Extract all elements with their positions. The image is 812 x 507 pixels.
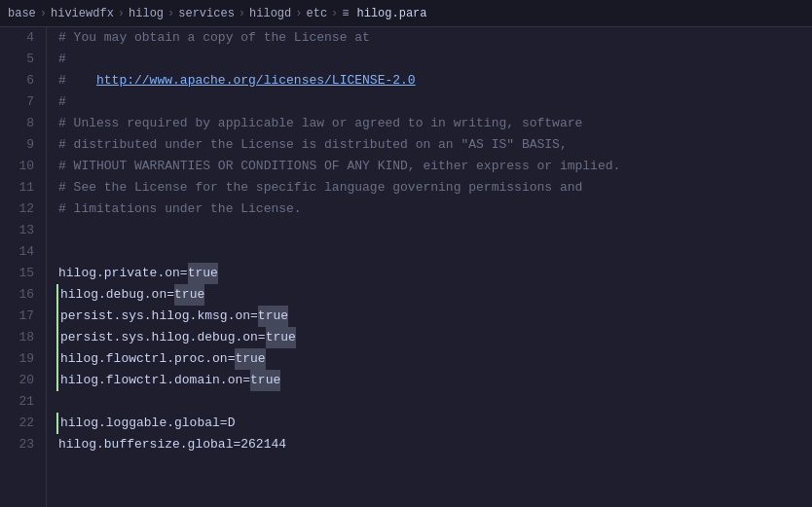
line-number-18: 18 (8, 327, 34, 348)
line-number-19: 19 (8, 348, 34, 370)
comment-prefix-6: # (58, 70, 96, 91)
sep4: › (239, 7, 245, 20)
file-name[interactable]: hilog.para (357, 7, 427, 20)
sep3: › (167, 7, 174, 20)
code-line-11: # See the License for the specific langu… (58, 177, 812, 199)
code-line-19: hilog.flowctrl.proc.on=true (56, 348, 812, 370)
line-number-20: 20 (8, 370, 34, 391)
line-number-21: 21 (8, 391, 34, 413)
comment-link-6[interactable]: http://www.apache.org/licenses/LICENSE-2… (96, 70, 416, 91)
sep2: › (118, 7, 125, 20)
code-line-21 (58, 391, 812, 413)
line-number-5: 5 (8, 49, 34, 70)
code-line-12: # limitations under the License. (58, 199, 812, 220)
code-line-8: # Unless required by applicable law or a… (58, 113, 812, 134)
key-19: hilog.flowctrl.proc.on= (60, 348, 235, 370)
editor-area: 4567891011121314151617181920212223 # You… (0, 27, 812, 507)
breadcrumb-hilog[interactable]: hilog (129, 7, 164, 20)
code-line-4: # You may obtain a copy of the License a… (58, 27, 812, 49)
line-number-16: 16 (8, 284, 34, 306)
breadcrumb-etc[interactable]: etc (306, 7, 327, 20)
code-content[interactable]: # You may obtain a copy of the License a… (47, 27, 812, 507)
line-number-6: 6 (8, 70, 34, 91)
code-line-6: # http://www.apache.org/licenses/LICENSE… (58, 70, 812, 91)
code-line-14 (58, 241, 812, 263)
menu-icon: ≡ (342, 7, 349, 20)
code-line-17: persist.sys.hilog.kmsg.on=true (56, 306, 812, 327)
code-line-22: hilog.loggable.global=D (56, 413, 812, 434)
comment-text-10: # WITHOUT WARRANTIES OR CONDITIONS OF AN… (58, 156, 620, 177)
value-18: true (266, 327, 296, 348)
line-number-15: 15 (8, 263, 34, 284)
line-number-13: 13 (8, 220, 34, 241)
comment-text-4: # You may obtain a copy of the License a… (58, 27, 370, 49)
key-17: persist.sys.hilog.kmsg.on= (60, 306, 258, 327)
comment-text-5: # (58, 49, 66, 70)
sep5: › (295, 7, 302, 20)
code-line-9: # distributed under the License is distr… (58, 134, 812, 156)
comment-text-11: # See the License for the specific langu… (58, 177, 582, 199)
code-line-20: hilog.flowctrl.domain.on=true (56, 370, 812, 391)
value-16: true (174, 284, 204, 306)
line-numbers: 4567891011121314151617181920212223 (0, 27, 47, 507)
key-15: hilog.private.on= (58, 263, 188, 284)
key-23: hilog.buffersize.global=262144 (58, 434, 286, 455)
line-number-14: 14 (8, 241, 34, 263)
line-number-17: 17 (8, 306, 34, 327)
comment-text-9: # distributed under the License is distr… (58, 134, 568, 156)
value-20: true (250, 370, 280, 391)
key-18: persist.sys.hilog.debug.on= (60, 327, 266, 348)
breadcrumb-bar: base › hiviewdfx › hilog › services › hi… (0, 0, 812, 27)
code-line-7: # (58, 91, 812, 113)
code-line-10: # WITHOUT WARRANTIES OR CONDITIONS OF AN… (58, 156, 812, 177)
value-15: true (188, 263, 218, 284)
comment-text-7: # (58, 91, 66, 113)
code-line-16: hilog.debug.on=true (56, 284, 812, 306)
key-16: hilog.debug.on= (60, 284, 174, 306)
breadcrumb-hilogd[interactable]: hilogd (249, 7, 291, 20)
line-number-22: 22 (8, 413, 34, 434)
line-number-9: 9 (8, 134, 34, 156)
breadcrumb-hiviewdfx[interactable]: hiviewdfx (51, 7, 114, 20)
line-number-23: 23 (8, 434, 34, 455)
value-17: true (258, 306, 288, 327)
line-number-8: 8 (8, 113, 34, 134)
sep1: › (40, 7, 47, 20)
breadcrumb-base[interactable]: base (8, 7, 36, 20)
value-19: true (235, 348, 265, 370)
line-number-11: 11 (8, 177, 34, 199)
line-number-10: 10 (8, 156, 34, 177)
code-line-18: persist.sys.hilog.debug.on=true (56, 327, 812, 348)
breadcrumb-services[interactable]: services (178, 7, 235, 20)
line-number-12: 12 (8, 199, 34, 220)
comment-text-12: # limitations under the License. (58, 199, 302, 220)
comment-text-8: # Unless required by applicable law or a… (58, 113, 582, 134)
code-line-5: # (58, 49, 812, 70)
code-line-15: hilog.private.on=true (58, 263, 812, 284)
line-number-4: 4 (8, 27, 34, 49)
code-line-23: hilog.buffersize.global=262144 (58, 434, 812, 455)
code-line-13 (58, 220, 812, 241)
key-20: hilog.flowctrl.domain.on= (60, 370, 250, 391)
line-number-7: 7 (8, 91, 34, 113)
key-22: hilog.loggable.global=D (60, 413, 235, 434)
sep6: › (331, 7, 338, 20)
